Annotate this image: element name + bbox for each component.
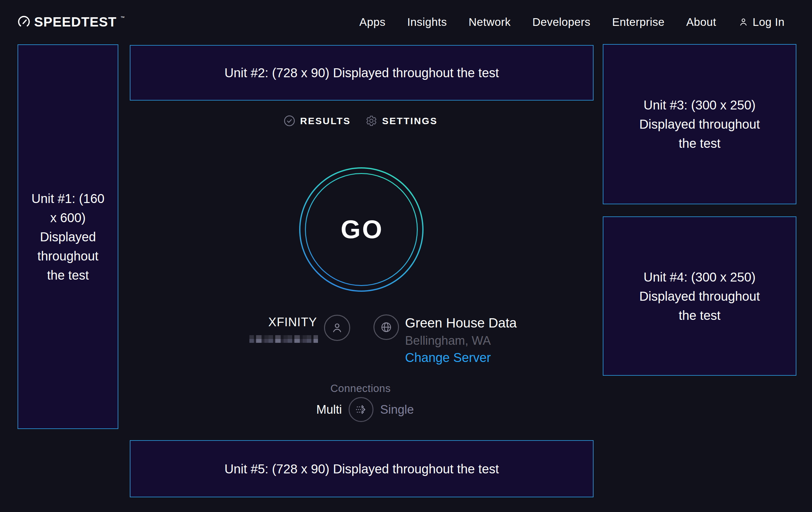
- results-label: RESULTS: [300, 115, 351, 127]
- redacted-ip-address: [250, 335, 318, 343]
- main-nav: Apps Insights Network Developers Enterpr…: [359, 16, 785, 28]
- trademark-mark: ™: [121, 16, 125, 20]
- speedtest-logo[interactable]: SPEEDTEST ™: [18, 15, 125, 29]
- ad-unit-2: Unit #2: (728 x 90) Displayed throughout…: [130, 45, 593, 101]
- ad-unit-1-label: Unit #1: (160 x 600) Displayed throughou…: [31, 189, 105, 285]
- nav-item-network[interactable]: Network: [468, 16, 511, 28]
- go-button[interactable]: GO: [299, 167, 424, 292]
- gear-icon: [366, 115, 377, 127]
- isp-avatar: [324, 315, 350, 341]
- nav-item-apps[interactable]: Apps: [359, 16, 385, 28]
- ad-unit-4: Unit #4: (300 x 250) Displayed throughou…: [603, 216, 796, 376]
- settings-label: SETTINGS: [382, 115, 438, 127]
- server-location: Bellingham, WA: [405, 334, 491, 348]
- header: SPEEDTEST ™ Apps Insights Network Develo…: [0, 0, 812, 44]
- tab-settings[interactable]: SETTINGS: [366, 115, 438, 127]
- tab-results[interactable]: RESULTS: [284, 115, 351, 127]
- connections-label: Connections: [118, 382, 603, 395]
- connections-toggle[interactable]: [349, 397, 374, 422]
- ad-unit-5-label: Unit #5: (728 x 90) Displayed throughout…: [225, 459, 499, 479]
- go-label: GO: [339, 215, 383, 244]
- speedtest-page: SPEEDTEST ™ Apps Insights Network Develo…: [0, 0, 812, 512]
- view-tabs: RESULTS SETTINGS: [118, 115, 603, 127]
- multi-arrows-icon: [353, 401, 369, 418]
- isp-name: XFINITY: [268, 315, 317, 329]
- login-label: Log In: [753, 16, 785, 28]
- nav-item-developers[interactable]: Developers: [532, 16, 590, 28]
- ad-unit-4-label: Unit #4: (300 x 250) Displayed throughou…: [630, 268, 770, 325]
- nav-item-insights[interactable]: Insights: [407, 16, 447, 28]
- server-avatar: [374, 315, 399, 340]
- nav-item-enterprise[interactable]: Enterprise: [612, 16, 665, 28]
- nav-item-about[interactable]: About: [686, 16, 716, 28]
- connections-single-option[interactable]: Single: [380, 403, 414, 416]
- check-circle-icon: [284, 115, 295, 127]
- logo-wordmark: SPEEDTEST: [34, 15, 117, 29]
- server-name: Green House Data: [405, 315, 517, 331]
- person-icon: [330, 321, 344, 335]
- speedometer-icon: [18, 16, 30, 28]
- ad-unit-2-label: Unit #2: (728 x 90) Displayed throughout…: [225, 63, 499, 82]
- change-server-link[interactable]: Change Server: [405, 350, 491, 365]
- user-icon: [738, 17, 749, 27]
- globe-icon: [379, 320, 394, 334]
- go-inner-ring: GO: [305, 173, 418, 286]
- login-link[interactable]: Log In: [738, 16, 785, 28]
- connections-multi-option[interactable]: Multi: [316, 403, 342, 416]
- ad-unit-3-label: Unit #3: (300 x 250) Displayed throughou…: [630, 96, 770, 153]
- ad-unit-5: Unit #5: (728 x 90) Displayed throughout…: [130, 440, 593, 497]
- ad-unit-3: Unit #3: (300 x 250) Displayed throughou…: [603, 44, 796, 204]
- ad-unit-1: Unit #1: (160 x 600) Displayed throughou…: [18, 44, 118, 429]
